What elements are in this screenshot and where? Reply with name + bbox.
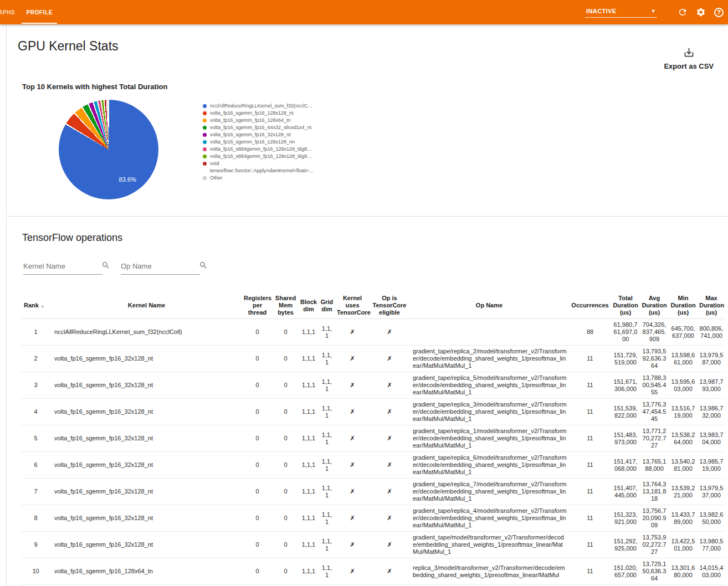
column-header-rank[interactable]: Rank▲ — [20, 292, 51, 319]
legend-label: Other — [210, 174, 223, 182]
chart-title: Top 10 Kernels with highest Total Durati… — [22, 83, 728, 91]
legend-item[interactable]: Other — [203, 174, 307, 182]
kernel-stats-header: GPU Kernel Stats Export as CSV — [7, 24, 728, 54]
cell-op-is-tensorcore-eligible: ✗ — [370, 372, 409, 399]
cell-grid-dim: 1,1,1 — [319, 558, 335, 585]
cell-shared-mem-bytes: 0 — [273, 346, 299, 372]
help-icon[interactable]: ? — [714, 8, 724, 17]
cell-occurrences: 11 — [569, 479, 611, 505]
run-selector-value: INACTIVE — [586, 8, 617, 14]
cell-min-duration-us: 13,538,264,000 — [669, 425, 698, 452]
cell-max-duration-us: 13,986,732,000 — [698, 399, 725, 425]
cell-kernel-name: volta_fp16_sgemm_fp16_32x128_nt — [51, 505, 242, 532]
cell-total-duration-us: 151,417,068,000 — [611, 452, 640, 479]
legend-item[interactable]: volta_fp16_sgemm_fp16_128x128_nn — [203, 138, 307, 146]
cell-avg-duration-us: 13,776,347,454.545 — [640, 399, 669, 425]
cell-rank: 3 — [20, 372, 51, 399]
column-header-op-is-tensorcore-eligible[interactable]: Op is TensorCore eligible — [370, 292, 409, 319]
legend-item[interactable]: ncclAllReduceRingLLKernel_sum_f32(ncclC… — [203, 102, 307, 110]
cell-min-duration-us: 13,433,789,000 — [669, 505, 698, 532]
cell-grid-dim: 1,1,1 — [319, 425, 335, 452]
legend-item[interactable]: volta_fp16_s884gemm_fp16_128x128_ldg8… — [203, 146, 307, 153]
section-divider — [7, 216, 728, 217]
cell-rank: 1 — [20, 319, 51, 346]
cell-occurrences: 11 — [569, 532, 611, 558]
sort-asc-icon: ▲ — [40, 304, 45, 309]
column-header-block-dim[interactable]: Block dim — [299, 292, 319, 319]
cell-shared-mem-bytes: 0 — [273, 399, 299, 425]
column-header-registers-per-thread[interactable]: Registers per thread — [242, 292, 273, 319]
column-header-shared-mem-bytes[interactable]: Shared Mem bytes — [273, 292, 299, 319]
legend-item[interactable]: void tensorflow::functor::ApplyAdamKerne… — [203, 160, 307, 174]
cell-block-dim: 1,1,1 — [299, 425, 319, 452]
cell-shared-mem-bytes: 0 — [273, 532, 299, 558]
column-header-kernel-uses-tensorcore[interactable]: Kernel uses TensorCore — [335, 292, 370, 319]
pie-chart-block: 83.6% ncclAllReduceRingLLKernel_sum_f32(… — [59, 100, 728, 199]
cell-occurrences: 11 — [569, 399, 611, 425]
kernel-name-input[interactable] — [23, 260, 102, 275]
op-name-input[interactable] — [121, 260, 200, 275]
cell-registers-per-thread: 0 — [242, 372, 273, 399]
cell-min-duration-us: 13,422,501,000 — [669, 532, 698, 558]
cell-shared-mem-bytes: 0 — [273, 505, 299, 532]
topbar-actions: INACTIVE ▼ ? — [585, 0, 728, 24]
pie-chart[interactable]: 83.6% — [59, 100, 158, 199]
export-csv-button[interactable]: Export as CSV — [664, 47, 714, 70]
column-header-grid-dim[interactable]: Grid dim — [319, 292, 335, 319]
tab-profile[interactable]: PROFILE — [20, 0, 58, 24]
cell-kernel-name: volta_fp16_sgemm_fp16_32x128_nt — [51, 532, 242, 558]
cell-block-dim: 1,1,1 — [299, 479, 319, 505]
cell-registers-per-thread: 0 — [242, 558, 273, 585]
cell-shared-mem-bytes: 0 — [273, 558, 299, 585]
cell-rank: 6 — [20, 452, 51, 479]
cell-min-duration-us: 13,301,680,000 — [669, 558, 698, 585]
cell-occurrences: 11 — [569, 505, 611, 532]
cell-avg-duration-us: 13,771,270,272.727 — [640, 425, 669, 452]
column-header-op-name[interactable]: Op Name — [409, 292, 569, 319]
legend-item[interactable]: volta_fp16_sgemm_fp16_32x128_nt — [203, 131, 307, 138]
cell-avg-duration-us: 13,756,720,090.909 — [640, 505, 669, 532]
cell-max-duration-us: 14,015,403,000 — [698, 558, 725, 585]
cell-registers-per-thread: 0 — [242, 346, 273, 372]
legend-item[interactable]: volta_fp16_sgemm_fp16_128x64_tn — [203, 117, 307, 124]
column-header-kernel-name[interactable]: Kernel Name — [51, 292, 242, 319]
cell-kernel-name: volta_fp16_sgemm_fp16_32x128_nt — [51, 479, 242, 505]
cell-grid-dim: 1,1,1 — [319, 532, 335, 558]
legend-label: volta_fp16_sgemm_fp16_128x128_nt — [210, 110, 294, 117]
column-header-avg-duration-us[interactable]: Avg Duration (us) — [640, 292, 669, 319]
legend-swatch-icon — [203, 133, 207, 137]
legend-item[interactable]: volta_fp16_sgemm_fp16_64x32_sliced1x4_nt — [203, 124, 307, 131]
cell-kernel-uses-tensorcore: ✗ — [335, 319, 370, 346]
legend-item[interactable]: volta_fp16_sgemm_fp16_128x128_nt — [203, 110, 307, 117]
cell-registers-per-thread: 0 — [242, 505, 273, 532]
cell-block-dim: 1,1,1 — [299, 346, 319, 372]
run-selector-dropdown[interactable]: INACTIVE ▼ — [585, 7, 657, 18]
legend-label: volta_fp16_sgemm_fp16_128x128_nn — [210, 138, 295, 146]
column-header-max-duration-us[interactable]: Max Duration (us) — [698, 292, 725, 319]
cell-total-duration-us: 151,729,519,000 — [611, 346, 640, 372]
table-row: 10volta_fp16_sgemm_fp16_128x64_tn001,1,1… — [20, 558, 725, 585]
legend-label: volta_fp16_sgemm_fp16_32x128_nt — [210, 131, 291, 138]
legend-item[interactable]: volta_fp16_s884gemm_fp16_128x128_ldg8… — [203, 153, 307, 160]
gear-icon[interactable] — [696, 7, 706, 17]
cell-op-is-tensorcore-eligible: ✗ — [370, 452, 409, 479]
tab-graphs[interactable]: GRAPHS — [0, 0, 20, 24]
cell-min-duration-us: 13,598,661,000 — [669, 346, 698, 372]
topbar: GRAPHS PROFILE INACTIVE ▼ ? — [0, 0, 728, 24]
cell-shared-mem-bytes: 0 — [273, 372, 299, 399]
refresh-icon[interactable] — [678, 7, 688, 17]
cell-rank: 5 — [20, 425, 51, 452]
op-name-filter — [121, 260, 211, 275]
table-row: 4volta_fp16_sgemm_fp16_32x128_nt001,1,11… — [20, 399, 725, 425]
cell-occurrences: 11 — [569, 558, 611, 585]
cell-avg-duration-us: 13,765,188,000 — [640, 452, 669, 479]
cell-total-duration-us: 61,980,761,697,000 — [611, 319, 640, 346]
legend-swatch-icon — [203, 162, 207, 166]
cell-op-name: gradient_tape/replica_2/model/transforme… — [409, 346, 569, 372]
cell-max-duration-us: 13,985,719,000 — [698, 452, 725, 479]
cell-op-name: gradient_tape/replica_3/model/transforme… — [409, 399, 569, 425]
column-header-min-duration-us[interactable]: Min Duration (us) — [669, 292, 698, 319]
table-row: 3volta_fp16_sgemm_fp16_32x128_nt001,1,11… — [20, 372, 725, 399]
column-header-total-duration-us[interactable]: Total Duration (us) — [611, 292, 640, 319]
column-header-occurrences[interactable]: Occurrences — [569, 292, 611, 319]
